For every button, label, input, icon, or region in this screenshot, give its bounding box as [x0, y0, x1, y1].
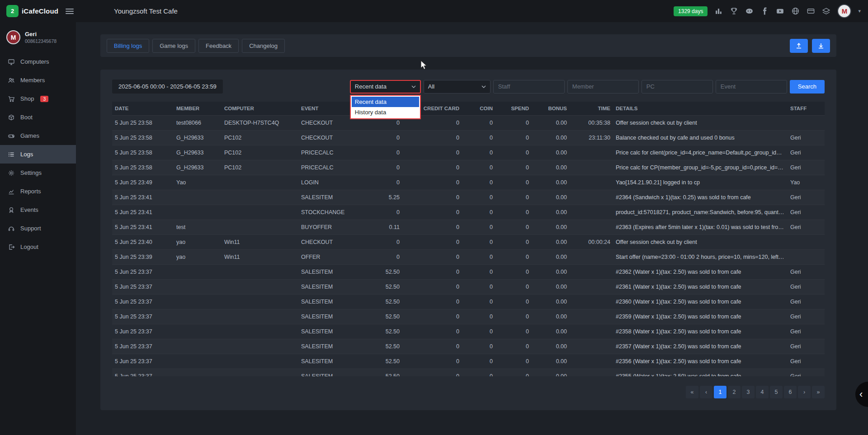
cell: 0	[462, 220, 495, 235]
cell: 0.00	[532, 131, 570, 145]
hamburger-menu-icon[interactable]	[66, 9, 74, 14]
chevron-down-icon	[481, 85, 486, 88]
cell: SALESITEM	[298, 295, 365, 309]
chevron-left-icon: ‹	[859, 388, 863, 400]
cell: 0	[402, 265, 462, 280]
page-button-4[interactable]: 3	[742, 386, 755, 398]
topbar-brand: 2 iCafeCloud	[0, 5, 76, 17]
tab-changelog[interactable]: Changelog	[242, 39, 285, 53]
sidebar-item-shop[interactable]: Shop 3	[0, 89, 76, 108]
search-button[interactable]: Search	[790, 80, 825, 94]
logout-icon	[8, 243, 15, 251]
cell	[570, 280, 613, 295]
sidebar-item-games[interactable]: Games	[0, 126, 76, 145]
data-select[interactable]: Recent data Recent dataHistory data	[350, 80, 421, 94]
table-row: 5 Jun 25 23:58G_H29633PC102PRICECALC0000…	[112, 145, 825, 160]
layers-icon[interactable]	[822, 7, 830, 15]
cell	[174, 339, 222, 354]
event-input[interactable]	[716, 80, 787, 94]
sidebar-item-computers[interactable]: Computers	[0, 52, 76, 71]
cell	[222, 175, 298, 190]
sidebar-item-boot[interactable]: Boot	[0, 108, 76, 126]
staff-input[interactable]	[493, 80, 565, 94]
column-header-date: DATE	[112, 102, 174, 116]
page-button-2[interactable]: 1	[714, 386, 726, 398]
cell: 5 Jun 25 23:37	[112, 265, 174, 280]
cell: 0.00	[532, 309, 570, 324]
export-buttons	[790, 39, 830, 53]
page-button-8[interactable]: ›	[798, 386, 811, 398]
days-remaining-badge[interactable]: 1329 days	[674, 6, 708, 16]
user-menu-chevron-down-icon[interactable]: ▾	[858, 8, 861, 14]
sidebar-item-logout[interactable]: Logout	[0, 238, 76, 256]
cell: Geri	[788, 145, 825, 160]
member-input[interactable]	[567, 80, 639, 94]
download-button[interactable]	[812, 39, 830, 53]
sidebar-item-support[interactable]: Support	[0, 219, 76, 238]
page-button-0[interactable]: «	[686, 386, 698, 398]
table-row: 5 Jun 25 23:37SALESITEM52.500000.00#2359…	[112, 309, 825, 324]
cell: Yao[154.21.90.21] logged in to cp	[613, 175, 788, 190]
cell: 5 Jun 25 23:37	[112, 280, 174, 295]
column-header-time: TIME	[570, 102, 613, 116]
cell	[222, 339, 298, 354]
pc-input[interactable]	[642, 80, 713, 94]
sidebar-item-settings[interactable]: Settings	[0, 164, 76, 182]
cell: 0	[402, 369, 462, 377]
cell: 0	[365, 145, 402, 160]
page-button-7[interactable]: 6	[784, 386, 797, 398]
discord-icon[interactable]	[745, 7, 754, 15]
page-button-5[interactable]: 4	[756, 386, 769, 398]
page-button-1[interactable]: ‹	[700, 386, 712, 398]
cell: 5 Jun 25 23:37	[112, 324, 174, 339]
table-row: 5 Jun 25 23:58G_H29633PC102CHECKOUT00000…	[112, 131, 825, 145]
globe-icon[interactable]	[791, 7, 800, 15]
cell	[222, 354, 298, 369]
tab-feedback[interactable]: Feedback	[198, 39, 239, 53]
page-button-3[interactable]: 2	[728, 386, 741, 398]
cell: Geri	[788, 131, 825, 145]
date-range-picker[interactable]: 2025-06-05 00:00 - 2025-06-05 23:59	[112, 80, 223, 94]
cell	[174, 324, 222, 339]
profile-name: Geri	[25, 31, 57, 37]
cell	[570, 309, 613, 324]
upload-button[interactable]	[790, 39, 808, 53]
youtube-icon[interactable]	[776, 7, 784, 15]
cell: 0	[495, 295, 532, 309]
tab-billing-logs[interactable]: Billing logs	[107, 39, 149, 53]
tab-game-logs[interactable]: Game logs	[152, 39, 195, 53]
table-row: 5 Jun 25 23:58test08066DESKTOP-H7STC4QCH…	[112, 116, 825, 131]
table-row: 5 Jun 25 23:37SALESITEM52.500000.00#2360…	[112, 295, 825, 309]
cell: #2363 (Expires after 5min later x 1)(tax…	[613, 220, 788, 235]
page-button-6[interactable]: 5	[770, 386, 783, 398]
cell	[174, 309, 222, 324]
sidebar-item-label: Computers	[20, 58, 49, 65]
user-avatar[interactable]: M	[837, 4, 851, 18]
cell: 0.00	[532, 190, 570, 205]
sidebar-item-members[interactable]: Members	[0, 71, 76, 89]
dropdown-option[interactable]: History data	[352, 107, 419, 117]
stats-icon[interactable]	[714, 7, 723, 15]
sidebar-item-logs[interactable]: Logs	[0, 145, 76, 164]
sidebar-item-events[interactable]: Events	[0, 201, 76, 219]
cell: #2357 (Water x 1)(tax: 2.50) was sold to…	[613, 339, 788, 354]
page-button-9[interactable]: »	[812, 386, 825, 398]
payment-icon[interactable]	[807, 7, 815, 15]
dropdown-option[interactable]: Recent data	[352, 97, 419, 107]
cell: 0	[462, 324, 495, 339]
cell: 0	[462, 160, 495, 175]
type-select[interactable]: All	[424, 80, 491, 94]
gear-icon	[8, 169, 15, 177]
sidebar-item-label: Games	[20, 132, 39, 139]
cell: 5 Jun 25 23:41	[112, 190, 174, 205]
cell: #2358 (Water x 1)(tax: 2.50) was sold to…	[613, 324, 788, 339]
cell	[570, 354, 613, 369]
cell: 0	[462, 190, 495, 205]
column-header-details: DETAILS	[613, 102, 788, 116]
cell: 0.00	[532, 235, 570, 250]
facebook-icon[interactable]	[760, 7, 769, 15]
cell: CHECKOUT	[298, 235, 365, 250]
sidebar-item-reports[interactable]: Reports	[0, 182, 76, 201]
cell: 0	[495, 235, 532, 250]
trophy-icon[interactable]	[730, 7, 738, 15]
